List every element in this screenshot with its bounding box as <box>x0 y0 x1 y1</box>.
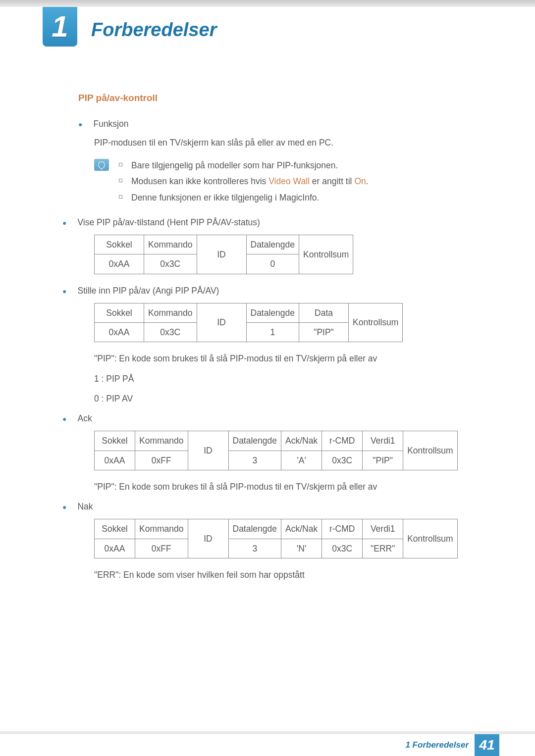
td-acknak: 'A' <box>281 451 322 470</box>
td-sokkel: 0xAA <box>95 451 135 470</box>
note-icon <box>94 159 109 171</box>
n2d: On <box>354 176 366 186</box>
th-id: ID <box>197 235 246 274</box>
th-data: Data <box>299 303 349 322</box>
th-id: ID <box>197 303 246 342</box>
th-sokkel: Sokkel <box>95 519 135 539</box>
th-kontrollsum: Kontrollsum <box>299 235 353 274</box>
chapter-number: 1 <box>52 4 68 49</box>
square-bullet-icon <box>119 195 122 199</box>
th-kommando: Kommando <box>135 519 188 539</box>
pip-desc-2: "PIP": En kode som brukes til å slå PIP-… <box>94 480 481 493</box>
td-sokkel: 0xAA <box>95 254 144 274</box>
n2a: Modusen kan ikke kontrolleres hvis <box>131 176 268 186</box>
td-datalengde: 3 <box>228 539 281 558</box>
table-row: Sokkel Kommando ID Datalengde Ack/Nak r-… <box>95 431 458 451</box>
th-sokkel: Sokkel <box>95 235 144 254</box>
table-get-status: Sokkel Kommando ID Datalengde Kontrollsu… <box>94 235 353 274</box>
td-data: "PIP" <box>299 323 349 342</box>
td-sokkel: 0xAA <box>95 539 135 558</box>
note-item-1: Bare tilgjengelig på modeller som har PI… <box>119 159 369 172</box>
th-datalengde: Datalengde <box>246 303 299 322</box>
td-kommando: 0x3C <box>144 254 197 274</box>
bullet-nak: ● Nak <box>62 500 481 513</box>
funksjon-desc: PIP-modusen til en TV/skjerm kan slås på… <box>94 136 481 149</box>
th-rcmd: r-CMD <box>322 519 363 539</box>
note-item-2: Modusen kan ikke kontrolleres hvis Video… <box>119 175 369 188</box>
th-kontrollsum: Kontrollsum <box>349 303 403 342</box>
footer-text: 1 Forberedelser <box>405 739 469 752</box>
note-2-text: Modusen kan ikke kontrolleres hvis Video… <box>131 175 369 188</box>
stille-text: Stille inn PIP på/av (Angi PIP PÅ/AV) <box>77 284 219 297</box>
pip-desc: "PIP": En kode som brukes til å slå PIP-… <box>94 352 481 365</box>
th-id: ID <box>188 431 228 470</box>
note-item-3: Denne funksjonen er ikke tilgjengelig i … <box>119 191 369 204</box>
bullet-dot-icon: ● <box>62 286 66 297</box>
bullet-dot-icon: ● <box>78 119 82 130</box>
bullet-stille: ● Stille inn PIP på/av (Angi PIP PÅ/AV) <box>62 284 481 297</box>
td-datalengde: 0 <box>246 254 299 274</box>
table-nak: Sokkel Kommando ID Datalengde Ack/Nak r-… <box>94 519 458 558</box>
th-kommando: Kommando <box>135 431 188 451</box>
content: PIP på/av-kontroll ● Funksjon PIP-moduse… <box>0 56 535 731</box>
chapter-title: Forberedelser <box>91 7 216 44</box>
th-sokkel: Sokkel <box>95 303 144 322</box>
td-rcmd: 0x3C <box>322 451 363 470</box>
th-kontrollsum: Kontrollsum <box>403 431 457 470</box>
err-desc: "ERR": En kode som viser hvilken feil so… <box>94 568 481 581</box>
td-datalengde: 1 <box>246 323 299 342</box>
chapter-number-box: 1 <box>43 7 77 47</box>
th-verdi1: Verdi1 <box>363 519 403 539</box>
note-1-text: Bare tilgjengelig på modeller som har PI… <box>131 159 338 172</box>
table-set-pip: Sokkel Kommando ID Datalengde Data Kontr… <box>94 303 403 343</box>
th-sokkel: Sokkel <box>95 431 135 451</box>
square-bullet-icon <box>119 163 122 166</box>
th-datalengde: Datalengde <box>228 431 281 451</box>
pip-on: 1 : PIP PÅ <box>94 372 481 385</box>
table-ack: Sokkel Kommando ID Datalengde Ack/Nak r-… <box>94 431 458 470</box>
n2c: er angitt til <box>310 176 354 186</box>
td-kommando: 0xFF <box>135 539 188 558</box>
bullet-funksjon: ● Funksjon <box>78 117 481 130</box>
th-id: ID <box>188 519 228 558</box>
bullet-dot-icon: ● <box>62 502 66 512</box>
funksjon-label: Funksjon <box>93 117 128 130</box>
th-kontrollsum: Kontrollsum <box>403 519 457 558</box>
table-row: Sokkel Kommando ID Datalengde Kontrollsu… <box>95 235 353 254</box>
table-row: Sokkel Kommando ID Datalengde Ack/Nak r-… <box>95 519 458 539</box>
n2b: Video Wall <box>268 176 310 186</box>
th-kommando: Kommando <box>144 303 197 322</box>
bullet-dot-icon: ● <box>62 218 66 228</box>
n2e: . <box>366 176 369 186</box>
th-datalengde: Datalengde <box>228 519 281 539</box>
bullet-vise: ● Vise PIP på/av-tilstand (Hent PIP PÅ/A… <box>62 216 481 229</box>
footer: 1 Forberedelser 41 <box>0 731 535 756</box>
bullet-dot-icon: ● <box>62 414 66 424</box>
section-heading: PIP på/av-kontroll <box>78 91 481 105</box>
th-datalengde: Datalengde <box>246 235 299 254</box>
note-items: Bare tilgjengelig på modeller som har PI… <box>119 159 369 207</box>
th-verdi1: Verdi1 <box>363 431 403 451</box>
note-3-text: Denne funksjonen er ikke tilgjengelig i … <box>131 191 319 204</box>
vise-text: Vise PIP på/av-tilstand (Hent PIP PÅ/AV-… <box>77 216 260 229</box>
th-kommando: Kommando <box>144 235 197 254</box>
note-block: Bare tilgjengelig på modeller som har PI… <box>94 159 481 207</box>
td-rcmd: 0x3C <box>322 539 363 558</box>
td-datalengde: 3 <box>228 451 281 470</box>
table-row: Sokkel Kommando ID Datalengde Data Kontr… <box>95 303 403 322</box>
th-acknak: Ack/Nak <box>281 431 322 451</box>
nak-label: Nak <box>77 500 93 513</box>
td-kommando: 0x3C <box>144 323 197 342</box>
td-kommando: 0xFF <box>135 451 188 470</box>
footer-page-number: 41 <box>475 734 499 756</box>
bullet-ack: ● Ack <box>62 412 481 425</box>
td-sokkel: 0xAA <box>95 323 144 342</box>
td-verdi1: "ERR" <box>363 539 403 558</box>
top-band <box>0 0 535 7</box>
th-acknak: Ack/Nak <box>281 519 322 539</box>
th-rcmd: r-CMD <box>322 431 363 451</box>
page: 1 Forberedelser PIP på/av-kontroll ● Fun… <box>0 0 535 756</box>
td-acknak: 'N' <box>281 539 322 558</box>
pip-off: 0 : PIP AV <box>94 392 481 405</box>
ack-label: Ack <box>77 412 92 425</box>
